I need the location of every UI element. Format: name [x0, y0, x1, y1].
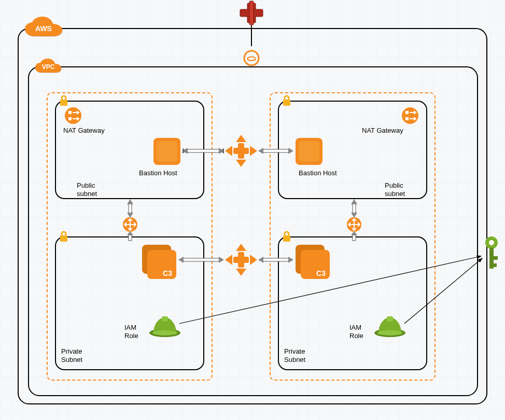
svg-marker-39	[288, 148, 293, 154]
elb-icon	[224, 134, 258, 168]
vpc-cloud-badge: VPC	[34, 58, 62, 76]
svg-marker-51	[127, 231, 133, 235]
nat-gateway-icon	[401, 107, 419, 124]
public-subnet-label: Public subnet	[77, 181, 97, 198]
nat-label: NAT Gateway	[63, 127, 105, 135]
svg-marker-44	[258, 257, 263, 263]
private-subnet-label: Private Subnet	[284, 347, 305, 363]
svg-marker-53	[351, 199, 357, 204]
svg-rect-16	[60, 235, 67, 242]
svg-rect-9	[157, 141, 177, 162]
bastion-label: Bastion Host	[139, 169, 177, 177]
svg-rect-2	[249, 1, 254, 25]
aws-label: AWS	[35, 24, 52, 33]
svg-marker-35	[183, 148, 188, 154]
svg-rect-31	[233, 148, 249, 154]
vpc-label: VPC	[42, 63, 55, 71]
svg-point-5	[65, 107, 81, 124]
svg-rect-61	[493, 256, 498, 260]
lock-icon	[281, 94, 292, 107]
svg-rect-12	[405, 111, 409, 114]
arrow-connector-vertical	[350, 231, 358, 243]
nat-gateway-icon	[64, 107, 82, 124]
arrow-connector-vertical	[127, 199, 134, 218]
iam-role-icon	[373, 313, 406, 338]
arrow-connector	[178, 256, 224, 263]
bastion-host-icon	[151, 136, 183, 167]
svg-marker-47	[127, 199, 133, 204]
svg-marker-38	[258, 148, 263, 154]
svg-marker-41	[178, 257, 184, 263]
svg-marker-45	[288, 257, 293, 263]
lock-icon	[58, 94, 69, 107]
svg-rect-28	[387, 316, 393, 321]
svg-rect-62	[493, 263, 497, 267]
arrow-connector-vertical	[350, 199, 358, 218]
svg-marker-57	[351, 231, 357, 235]
nat-label: NAT Gateway	[362, 127, 403, 135]
arrow-connector-vertical	[127, 231, 134, 243]
svg-text:C3: C3	[316, 269, 326, 277]
svg-point-29	[377, 330, 402, 335]
svg-marker-36	[219, 148, 224, 154]
svg-rect-33	[233, 257, 249, 263]
public-subnet-label: Public subnet	[385, 181, 405, 198]
svg-rect-15	[299, 141, 319, 162]
bastion-host-icon	[293, 136, 325, 167]
private-subnet-label: Private Subnet	[61, 347, 82, 363]
kms-key-icon	[482, 235, 501, 273]
svg-rect-4	[60, 100, 67, 106]
svg-rect-7	[68, 117, 72, 120]
c3-instances-icon: C3	[140, 243, 178, 281]
arrow-connector	[258, 147, 293, 155]
bastion-label: Bastion Host	[299, 169, 337, 177]
svg-rect-6	[68, 111, 72, 114]
svg-text:C3: C3	[163, 269, 172, 277]
c3-instances-icon: C3	[293, 243, 332, 281]
svg-rect-37	[262, 149, 289, 152]
elb-icon	[224, 243, 258, 277]
svg-rect-34	[187, 149, 220, 152]
svg-rect-40	[183, 258, 220, 261]
svg-rect-13	[405, 117, 409, 120]
cloudfront-icon	[236, 0, 267, 26]
router-icon	[122, 217, 138, 232]
svg-rect-10	[283, 100, 290, 106]
iam-role-icon	[148, 313, 181, 338]
aws-cloud-badge: AWS	[24, 17, 63, 40]
svg-rect-43	[262, 258, 289, 261]
lock-icon	[58, 230, 69, 243]
svg-point-11	[402, 107, 418, 124]
svg-point-59	[489, 240, 494, 245]
arrow-connector	[258, 256, 293, 263]
iam-label: IAM Role	[349, 324, 363, 340]
arrow-connector	[183, 147, 224, 155]
router-icon	[346, 217, 362, 232]
svg-marker-42	[219, 257, 224, 263]
svg-point-22	[152, 330, 177, 335]
iam-label: IAM Role	[124, 324, 138, 340]
lock-icon	[281, 230, 292, 243]
svg-rect-21	[162, 316, 168, 321]
svg-rect-23	[283, 235, 290, 242]
